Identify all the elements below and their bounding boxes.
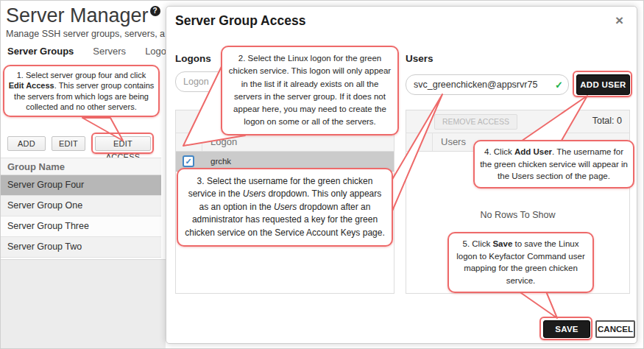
add-user-button[interactable]: ADD USER [576,74,630,95]
callout-step-4: 4. Click Add User. The username for the … [473,140,634,188]
table-row-server-group-three[interactable]: Server Group Three [0,216,161,237]
logons-section-label: Logons [175,53,211,64]
callout-step-2: 2. Select the Linux logon for the green … [221,46,399,135]
column-header-logon: Logon [210,133,237,151]
server-manager-page: Server Manager? Manage SSH server groups… [0,0,166,349]
users-toolbar: REMOVE ACCESS Total: 0 [406,110,629,133]
callout-step-3: 3. Select the username for the green chi… [177,168,393,247]
table-row-server-group-four[interactable]: Server Group Four [0,175,161,196]
column-header-users: Users [441,133,466,151]
callout-step-1: 1. Select server group four and click Ed… [3,65,160,117]
table-row-server-group-two[interactable]: Server Group Two [0,237,161,258]
tab-bar: Server Groups Servers Logons [7,46,166,57]
table-row-server-group-one[interactable]: Server Group One [0,196,161,216]
dialog-title: Server Group Access [175,13,305,29]
save-button[interactable]: SAVE [543,320,590,338]
help-icon[interactable]: ? [150,6,160,16]
cancel-button[interactable]: CANCEL [595,320,635,338]
callout-step-5: 5. Click Save to save the Linux logon to… [447,232,594,293]
users-section-label: Users [406,53,434,64]
close-icon[interactable]: × [615,13,623,29]
users-total: Total: 0 [592,116,622,126]
server-groups-table: Group Name Server Group Four Server Grou… [0,158,161,258]
edit-button[interactable]: EDIT [52,136,85,151]
users-remove-access-button[interactable]: REMOVE ACCESS [434,114,517,130]
page-subtitle: Manage SSH server groups, servers, a [6,29,165,39]
page-title: Server Manager? [6,4,160,27]
add-button[interactable]: ADD [7,136,46,151]
page-background [0,259,166,349]
checkbox-column [406,133,433,151]
column-header-group-name: Group Name [0,158,161,175]
users-dropdown-input[interactable] [406,74,569,95]
tab-servers[interactable]: Servers [93,46,126,57]
tab-logons[interactable]: Logons [145,46,166,57]
tab-server-groups[interactable]: Server Groups [7,46,74,57]
logons-table-header: Logon [176,133,394,152]
no-rows-message: No Rows To Show [406,210,629,220]
row-checkbox[interactable]: ✓ [183,155,194,167]
edit-access-button[interactable]: EDIT ACCESS [95,136,151,151]
valid-check-icon: ✓ [555,80,563,91]
checkbox-column [176,133,202,151]
